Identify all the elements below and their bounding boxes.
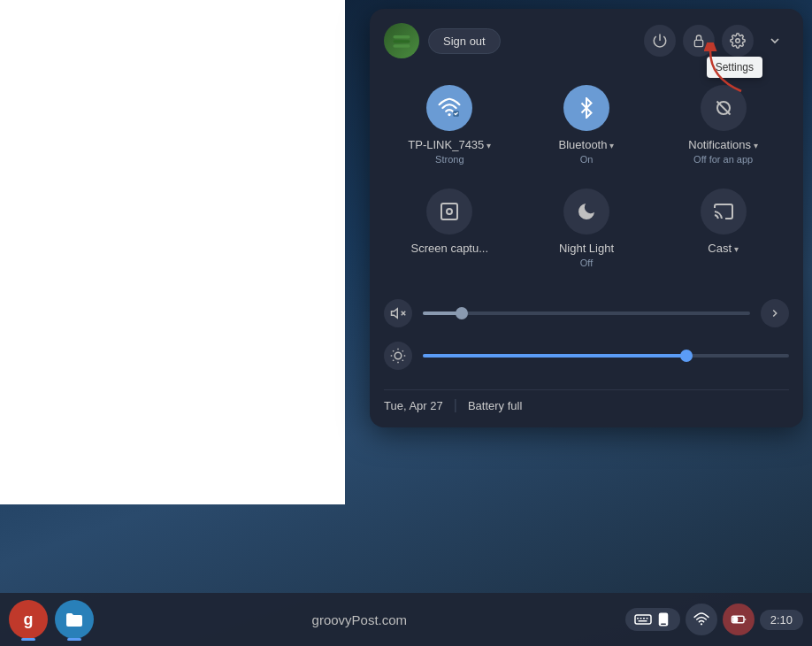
settings-button[interactable] [722, 25, 754, 57]
clock-cluster[interactable]: 2:10 [760, 610, 803, 630]
svg-rect-2 [393, 44, 410, 47]
svg-rect-35 [733, 618, 738, 622]
bluetooth-icon-bg [563, 85, 609, 131]
wifi-label: TP-LINK_7435 ▾ Strong [408, 138, 491, 165]
panel-header: Sign out [384, 23, 789, 58]
svg-rect-3 [694, 40, 702, 46]
taskbar-center: groovyPost.com [94, 612, 625, 627]
screencapture-icon-bg [426, 188, 472, 235]
wifi-tile[interactable]: TP-LINK_7435 ▾ Strong [384, 74, 516, 173]
svg-rect-10 [441, 204, 457, 219]
taskbar: g groovyPost.com [0, 593, 812, 646]
svg-rect-30 [638, 620, 647, 622]
nightlight-tile[interactable]: Night Light Off [521, 178, 653, 276]
header-icons [644, 25, 789, 57]
files-app-icon[interactable] [55, 600, 94, 639]
google-app-icon[interactable]: g [9, 600, 48, 639]
wifi-icon-bg [426, 85, 472, 131]
tiles-grid: TP-LINK_7435 ▾ Strong Bluetooth ▾ On [384, 74, 789, 276]
svg-line-19 [393, 351, 394, 352]
brightness-fill [423, 354, 686, 358]
app-active-indicator [21, 638, 35, 641]
battery-icon-svg [731, 611, 747, 627]
cast-tile[interactable]: Cast ▾ [657, 178, 789, 276]
brightness-track[interactable] [423, 354, 789, 358]
keyboard-icon [634, 613, 652, 626]
svg-rect-28 [643, 618, 645, 619]
folder-icon [64, 609, 85, 630]
svg-line-20 [402, 360, 403, 361]
notifications-icon-bg [701, 85, 747, 131]
svg-rect-26 [637, 618, 639, 619]
svg-point-6 [448, 113, 451, 116]
taskbar-right: 2:10 [625, 604, 803, 635]
svg-point-33 [701, 623, 702, 625]
lock-button[interactable] [683, 25, 715, 57]
volume-slider-row [384, 292, 789, 335]
screencapture-label: Screen captu... [411, 242, 488, 257]
svg-rect-32 [661, 624, 666, 626]
wifi-tray-svg [693, 611, 709, 627]
avatar-logo [384, 23, 419, 58]
sliders-section [384, 292, 789, 377]
bluetooth-tile[interactable]: Bluetooth ▾ On [521, 74, 653, 173]
svg-point-16 [395, 353, 402, 360]
cast-icon-bg [701, 188, 747, 235]
phone-icon [655, 611, 671, 627]
taskbar-apps: g [9, 600, 94, 639]
svg-marker-13 [392, 309, 398, 319]
footer-divider: | [454, 397, 457, 413]
svg-rect-29 [646, 618, 647, 619]
panel-footer: Tue, Apr 27 | Battery full [384, 389, 789, 413]
svg-point-4 [736, 39, 740, 43]
nightlight-icon-bg [563, 188, 609, 235]
brightness-icon [384, 342, 412, 370]
svg-rect-1 [393, 40, 410, 42]
status-cluster[interactable] [625, 608, 680, 631]
svg-rect-25 [635, 615, 651, 624]
svg-point-11 [447, 209, 452, 214]
wifi-tray-icon[interactable] [686, 604, 717, 635]
notifications-tile[interactable]: Notifications ▾ Off for an app [657, 74, 789, 173]
power-button[interactable] [644, 25, 676, 57]
volume-icon [384, 299, 412, 327]
settings-tooltip: Settings [707, 57, 762, 78]
notifications-label: Notifications ▾ Off for an app [688, 138, 758, 165]
brightness-slider-row [384, 335, 789, 377]
sign-out-button[interactable]: Sign out [428, 28, 501, 54]
google-letter: g [24, 611, 34, 629]
footer-date: Tue, Apr 27 [384, 399, 443, 412]
volume-thumb [456, 307, 468, 319]
footer-battery: Battery full [468, 399, 522, 412]
svg-line-24 [402, 351, 403, 352]
website-text: groovyPost.com [312, 612, 408, 627]
files-active-indicator [67, 638, 81, 641]
svg-rect-27 [640, 618, 641, 619]
chevron-down-button[interactable] [761, 27, 789, 55]
svg-rect-0 [393, 35, 410, 38]
quick-settings-panel: Sign out [370, 9, 803, 427]
battery-tray-icon[interactable] [723, 604, 755, 635]
volume-track[interactable] [423, 311, 750, 315]
clock-display: 2:10 [770, 613, 793, 627]
screencapture-tile[interactable]: Screen captu... [384, 178, 516, 276]
bluetooth-label: Bluetooth ▾ On [559, 138, 615, 165]
brightness-thumb [680, 350, 693, 362]
svg-line-23 [393, 360, 394, 361]
cast-label: Cast ▾ [708, 242, 739, 257]
volume-expand-button[interactable] [761, 299, 789, 327]
nightlight-label: Night Light Off [559, 242, 614, 269]
white-content-area [0, 0, 345, 504]
